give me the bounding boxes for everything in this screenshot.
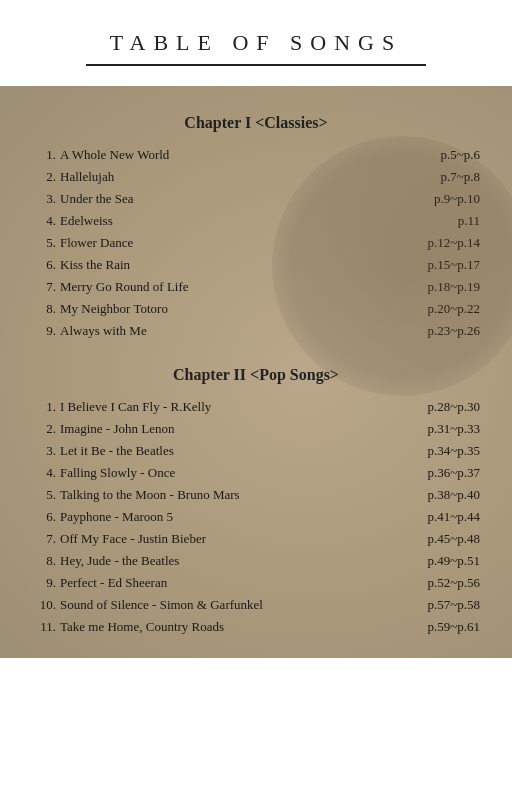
song-pages: p.36~p.37 [391, 462, 482, 484]
song-pages: p.12~p.14 [355, 232, 482, 254]
song-number: 6. [30, 254, 58, 276]
list-item: 11. Take me Home, Country Roads p.59~p.6… [30, 616, 482, 638]
song-title: Kiss the Rain [58, 254, 355, 276]
list-item: 9. Always with Me p.23~p.26 [30, 320, 482, 342]
song-number: 3. [30, 188, 58, 210]
song-pages: p.15~p.17 [355, 254, 482, 276]
song-title: Payphone - Maroon 5 [58, 506, 391, 528]
song-number: 4. [30, 462, 58, 484]
song-pages: p.7~p.8 [355, 166, 482, 188]
song-number: 2. [30, 418, 58, 440]
list-item: 2. Imagine - John Lenon p.31~p.33 [30, 418, 482, 440]
song-pages: p.31~p.33 [391, 418, 482, 440]
song-number: 4. [30, 210, 58, 232]
song-title: Imagine - John Lenon [58, 418, 391, 440]
song-pages: p.28~p.30 [391, 396, 482, 418]
song-pages: p.5~p.6 [355, 144, 482, 166]
list-item: 7. Off My Face - Justin Bieber p.45~p.48 [30, 528, 482, 550]
song-title: Always with Me [58, 320, 355, 342]
song-pages: p.41~p.44 [391, 506, 482, 528]
list-item: 9. Perfect - Ed Sheeran p.52~p.56 [30, 572, 482, 594]
title-underline [86, 64, 426, 66]
song-pages: p.18~p.19 [355, 276, 482, 298]
song-number: 7. [30, 528, 58, 550]
list-item: 2. Hallelujah p.7~p.8 [30, 166, 482, 188]
list-item: 8. Hey, Jude - the Beatles p.49~p.51 [30, 550, 482, 572]
song-title: Sound of Silence - Simon & Garfunkel [58, 594, 391, 616]
list-item: 6. Payphone - Maroon 5 p.41~p.44 [30, 506, 482, 528]
song-number: 2. [30, 166, 58, 188]
song-number: 10. [30, 594, 58, 616]
song-pages: p.57~p.58 [391, 594, 482, 616]
song-number: 3. [30, 440, 58, 462]
song-title: Hallelujah [58, 166, 355, 188]
song-title: Flower Dance [58, 232, 355, 254]
song-title: Falling Slowly - Once [58, 462, 391, 484]
list-item: 1. I Believe I Can Fly - R.Kelly p.28~p.… [30, 396, 482, 418]
song-number: 11. [30, 616, 58, 638]
song-pages: p.45~p.48 [391, 528, 482, 550]
song-number: 8. [30, 550, 58, 572]
list-item: 4. Edelweiss p.11 [30, 210, 482, 232]
song-title: A Whole New World [58, 144, 355, 166]
song-title: Take me Home, Country Roads [58, 616, 391, 638]
chapter-1-table: 1. A Whole New World p.5~p.6 2. Halleluj… [30, 144, 482, 342]
song-number: 1. [30, 396, 58, 418]
list-item: 10. Sound of Silence - Simon & Garfunkel… [30, 594, 482, 616]
song-number: 8. [30, 298, 58, 320]
list-item: 1. A Whole New World p.5~p.6 [30, 144, 482, 166]
song-number: 5. [30, 232, 58, 254]
song-pages: p.20~p.22 [355, 298, 482, 320]
song-number: 7. [30, 276, 58, 298]
song-title: Off My Face - Justin Bieber [58, 528, 391, 550]
song-pages: p.11 [355, 210, 482, 232]
song-pages: p.52~p.56 [391, 572, 482, 594]
song-title: Hey, Jude - the Beatles [58, 550, 391, 572]
list-item: 3. Let it Be - the Beatles p.34~p.35 [30, 440, 482, 462]
song-pages: p.38~p.40 [391, 484, 482, 506]
list-item: 7. Merry Go Round of Life p.18~p.19 [30, 276, 482, 298]
song-number: 1. [30, 144, 58, 166]
song-pages: p.49~p.51 [391, 550, 482, 572]
song-number: 9. [30, 320, 58, 342]
song-title: Edelweiss [58, 210, 355, 232]
list-item: 5. Flower Dance p.12~p.14 [30, 232, 482, 254]
list-item: 4. Falling Slowly - Once p.36~p.37 [30, 462, 482, 484]
song-pages: p.59~p.61 [391, 616, 482, 638]
song-number: 5. [30, 484, 58, 506]
list-item: 3. Under the Sea p.9~p.10 [30, 188, 482, 210]
song-title: Perfect - Ed Sheeran [58, 572, 391, 594]
chapter-2-title: Chapter II <Pop Songs> [30, 366, 482, 384]
song-title: Let it Be - the Beatles [58, 440, 391, 462]
list-item: 8. My Neighbor Totoro p.20~p.22 [30, 298, 482, 320]
chapter-1-title: Chapter I <Classies> [30, 114, 482, 132]
song-pages: p.23~p.26 [355, 320, 482, 342]
header-section: TABLE OF SONGS [0, 0, 512, 86]
song-title: Under the Sea [58, 188, 355, 210]
song-number: 6. [30, 506, 58, 528]
song-title: Talking to the Moon - Bruno Mars [58, 484, 391, 506]
list-item: 5. Talking to the Moon - Bruno Mars p.38… [30, 484, 482, 506]
song-pages: p.34~p.35 [391, 440, 482, 462]
song-title: Merry Go Round of Life [58, 276, 355, 298]
song-title: My Neighbor Totoro [58, 298, 355, 320]
list-item: 6. Kiss the Rain p.15~p.17 [30, 254, 482, 276]
chapter-2-table: 1. I Believe I Can Fly - R.Kelly p.28~p.… [30, 396, 482, 638]
content-section: Chapter I <Classies> 1. A Whole New Worl… [0, 86, 512, 658]
page-title: TABLE OF SONGS [20, 30, 492, 56]
song-number: 9. [30, 572, 58, 594]
song-title: I Believe I Can Fly - R.Kelly [58, 396, 391, 418]
song-pages: p.9~p.10 [355, 188, 482, 210]
